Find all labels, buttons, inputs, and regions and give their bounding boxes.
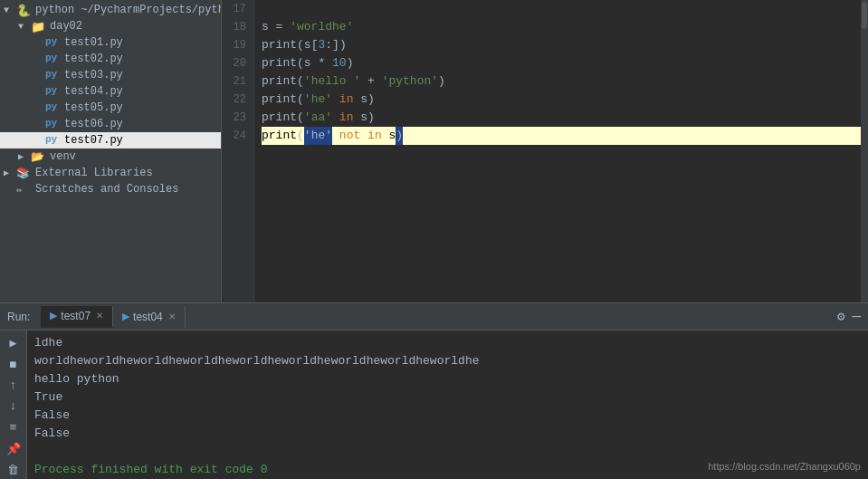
sidebar-item-test03[interactable]: pytest03.py <box>0 67 221 83</box>
code-line-22[interactable]: print('he' in s) <box>262 91 861 109</box>
bottom-panel: Run: ▶test07✕▶test04✕ ⚙ — ▶ ◼ ↑ ↓ ≡ 📌 🗑 … <box>0 302 868 479</box>
code-line-18[interactable]: s = 'worldhe' <box>262 18 861 36</box>
token-str: 'he' <box>304 91 332 109</box>
token-paren: ( <box>297 127 304 145</box>
run-label: Run: <box>7 311 30 323</box>
py-file-icon: py <box>45 85 58 98</box>
token-paren: ) <box>438 72 445 91</box>
sidebar-item-test06[interactable]: pytest06.py <box>0 116 221 132</box>
code-line-24[interactable]: print('he' not in s) <box>262 127 861 145</box>
code-area[interactable]: s = 'worldhe'print(s[3:])print(s * 10)pr… <box>254 0 861 302</box>
tab-icon: ▶ <box>50 310 57 321</box>
token-paren: ) <box>339 36 347 54</box>
run-tab-test07[interactable]: ▶test07✕ <box>41 306 113 328</box>
py-file-icon: py <box>45 118 58 130</box>
token-op <box>332 109 339 127</box>
sidebar-item-label: test01.py <box>64 36 123 49</box>
sidebar-item-day02[interactable]: ▼📁day02 <box>0 18 221 34</box>
scratches-icon: ✏️ <box>16 183 29 196</box>
sidebar-item-extlibs[interactable]: ▶📚External Libraries <box>0 165 221 181</box>
code-line-19[interactable]: print(s[3:]) <box>262 36 861 54</box>
settings-button[interactable]: ≡ <box>4 419 24 436</box>
output-line: False <box>34 407 861 425</box>
token-fn: print <box>262 127 297 145</box>
scroll-thumb[interactable] <box>862 2 867 29</box>
token-paren-sel: ) <box>396 127 403 145</box>
token-paren: ) <box>367 91 375 109</box>
token-var: s <box>304 36 311 54</box>
sidebar-item-test07[interactable]: pytest07.py <box>0 132 221 148</box>
code-line-17[interactable] <box>262 0 861 18</box>
token-str: 'worldhe' <box>290 18 353 36</box>
clear-button[interactable]: 🗑 <box>4 462 24 479</box>
watermark: https://blog.csdn.net/Zhangxu060p <box>708 457 861 475</box>
run-tab-test04[interactable]: ▶test04✕ <box>113 306 186 328</box>
sidebar-item-venv[interactable]: ▶📂venv <box>0 148 221 165</box>
chevron-icon: ▶ <box>18 151 29 162</box>
token-op <box>360 127 367 145</box>
sidebar-item-python-root[interactable]: ▼🐍python ~/PycharmProjects/pyth... <box>0 2 221 18</box>
token-kw: in <box>339 91 354 109</box>
code-line-21[interactable]: print('hello ' + 'python') <box>262 72 861 91</box>
folder-icon: 📁 <box>31 20 43 33</box>
sidebar-item-test02[interactable]: pytest02.py <box>0 51 221 67</box>
token-var: s <box>262 18 269 36</box>
pin-button[interactable]: 📌 <box>4 440 24 457</box>
sidebar-item-label: test05.py <box>64 101 123 114</box>
ide-container: ▼🐍python ~/PycharmProjects/pyth...▼📁day0… <box>0 0 868 479</box>
token-str-sel: 'he' <box>304 127 332 145</box>
token-num: 3 <box>318 36 325 54</box>
sidebar-item-label: test07.py <box>64 134 123 147</box>
token-str: 'aa' <box>304 109 332 127</box>
token-var: s <box>389 127 396 145</box>
sidebar-item-test04[interactable]: pytest04.py <box>0 83 221 100</box>
settings-icon[interactable]: ⚙ <box>837 309 844 324</box>
token-op <box>353 91 360 109</box>
run-body: ▶ ◼ ↑ ↓ ≡ 📌 🗑 ldheworldheworldheworldhew… <box>0 331 868 479</box>
editor-content: 1718192021222324 s = 'worldhe'print(s[3:… <box>222 0 868 302</box>
sidebar-item-label: test02.py <box>64 53 123 65</box>
output-line: hello python <box>34 370 861 388</box>
code-line-20[interactable]: print(s * 10) <box>262 54 861 72</box>
chevron-icon: ▼ <box>4 5 14 15</box>
token-fn: print <box>262 72 297 91</box>
sidebar-item-label: venv <box>50 150 76 163</box>
scroll-up-button[interactable]: ↑ <box>4 377 24 394</box>
sidebar-item-test01[interactable]: pytest01.py <box>0 34 221 51</box>
editor-scrollbar[interactable] <box>861 0 868 302</box>
output-line: ldhe <box>34 334 861 352</box>
scroll-down-button[interactable]: ↓ <box>4 398 24 415</box>
line-num-19: 19 <box>222 36 246 54</box>
token-fn: print <box>262 91 297 109</box>
token-op <box>332 127 339 145</box>
token-str: 'hello ' <box>304 72 360 91</box>
sidebar-item-label: test03.py <box>64 69 123 81</box>
tab-close[interactable]: ✕ <box>168 311 176 321</box>
code-line-23[interactable]: print('aa' in s) <box>262 109 861 127</box>
run-tabs-bar: Run: ▶test07✕▶test04✕ ⚙ — <box>0 303 868 331</box>
tab-label: test07 <box>61 310 91 322</box>
editor-area: 1718192021222324 s = 'worldhe'print(s[3:… <box>222 0 868 302</box>
py-file-icon: py <box>45 101 58 114</box>
folder-icon: 🐍 <box>16 4 29 16</box>
sidebar: ▼🐍python ~/PycharmProjects/pyth...▼📁day0… <box>0 0 222 302</box>
stop-button[interactable]: ◼ <box>4 355 24 372</box>
token-paren: ( <box>297 109 304 127</box>
py-file-icon: py <box>45 69 58 81</box>
sidebar-item-test05[interactable]: pytest05.py <box>0 100 221 116</box>
run-button[interactable]: ▶ <box>4 334 24 351</box>
token-paren: ( <box>297 91 304 109</box>
sidebar-item-label: Scratches and Consoles <box>35 183 178 196</box>
sidebar-item-scratches[interactable]: ✏️Scratches and Consoles <box>0 181 221 197</box>
line-num-23: 23 <box>222 109 246 127</box>
tab-close[interactable]: ✕ <box>96 311 103 321</box>
tab-icon: ▶ <box>122 311 129 322</box>
token-paren: ( <box>297 72 304 91</box>
sidebar-tree: ▼🐍python ~/PycharmProjects/pyth...▼📁day0… <box>0 0 221 302</box>
output-line: worldheworldheworldheworldheworldheworld… <box>34 352 861 370</box>
run-tabs-container: ▶test07✕▶test04✕ <box>41 306 185 328</box>
token-op: * <box>311 54 332 72</box>
line-num-21: 21 <box>222 72 246 91</box>
minimize-icon[interactable]: — <box>852 309 861 325</box>
py-file-icon: py <box>45 53 58 65</box>
